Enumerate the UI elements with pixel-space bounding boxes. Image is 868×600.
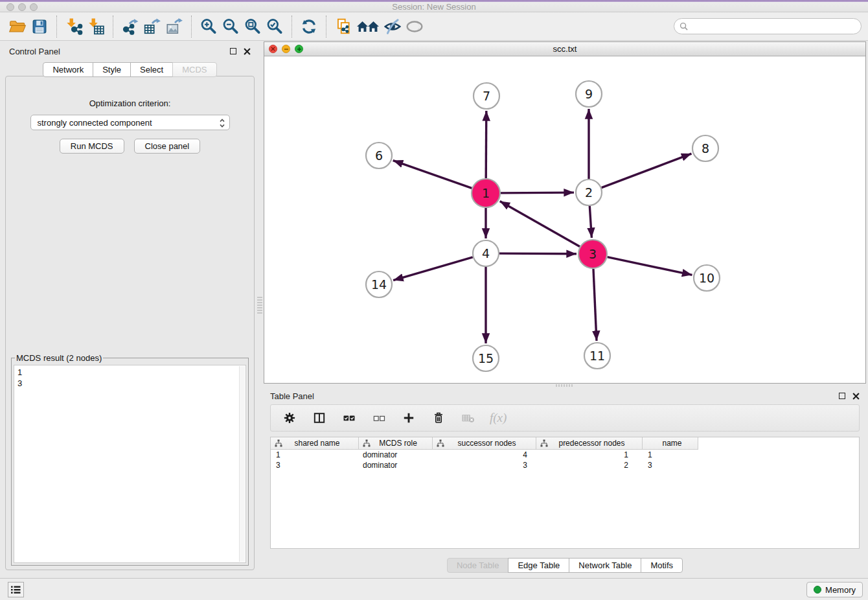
zoom-fit-button[interactable]	[242, 15, 264, 38]
list-icon	[11, 586, 21, 594]
tab-network[interactable]: Network	[43, 62, 93, 77]
maximize-window-icon[interactable]	[30, 3, 38, 11]
tab-select[interactable]: Select	[130, 62, 173, 77]
column-header-mcds-role[interactable]: MCDS role	[359, 437, 433, 449]
tab-network-table[interactable]: Network Table	[569, 558, 641, 573]
criterion-select[interactable]: strongly connected component	[30, 115, 230, 130]
mcds-tab-content: Optimization criterion: strongly connect…	[5, 76, 255, 570]
close-table-panel-icon[interactable]	[852, 392, 860, 400]
memory-button[interactable]: Memory	[806, 582, 863, 597]
import-network-button[interactable]	[63, 15, 85, 38]
export-network-button[interactable]	[119, 15, 141, 38]
column-header-predecessor-nodes[interactable]: predecessor nodes	[536, 437, 643, 449]
unchecked-boxes-icon	[371, 411, 387, 425]
graph-edge-2-8[interactable]	[602, 154, 692, 188]
create-column-button[interactable]	[400, 410, 417, 426]
task-history-button[interactable]	[8, 582, 24, 597]
minimize-window-icon[interactable]	[18, 3, 26, 11]
control-panel-header: Control Panel	[4, 43, 256, 60]
graph-node-label: 4	[482, 246, 490, 260]
graph-node-label: 3	[589, 247, 597, 261]
toolbar-separator	[113, 16, 113, 38]
graph-edge-2-3[interactable]	[589, 206, 591, 238]
tab-edge-table[interactable]: Edge Table	[508, 558, 569, 573]
export-table-button[interactable]	[141, 15, 163, 38]
table-panel-title: Table Panel	[270, 391, 314, 401]
function-builder-button-disabled: f(x)	[490, 411, 507, 425]
import-network-icon	[65, 17, 83, 36]
mcds-result-title: MCDS result (2 nodes)	[15, 353, 103, 363]
graph-edge-3-10[interactable]	[608, 257, 692, 275]
delete-table-icon	[461, 411, 476, 425]
export-image-button[interactable]	[163, 15, 185, 38]
horizontal-splitter-handle[interactable]	[556, 384, 573, 387]
float-table-panel-icon[interactable]	[839, 393, 845, 399]
first-neighbors-button[interactable]	[354, 15, 382, 38]
import-table-button[interactable]	[85, 15, 107, 38]
split-panel-button[interactable]	[311, 410, 328, 426]
search-input[interactable]	[688, 21, 856, 31]
graph-edge-4-14[interactable]	[393, 257, 473, 281]
control-panel-title: Control Panel	[9, 47, 60, 56]
vertical-splitter-handle[interactable]	[257, 297, 262, 314]
clone-network-button[interactable]	[332, 15, 354, 38]
toolbar-separator	[326, 16, 326, 38]
graph-edge-1-7[interactable]	[486, 111, 486, 178]
column-header-successor-nodes[interactable]: successor nodes	[433, 437, 536, 449]
mcds-result-list[interactable]: 1 3	[14, 365, 246, 563]
graph-edge-1-6[interactable]	[393, 161, 472, 189]
toolbar-separator	[56, 16, 57, 38]
tab-motifs[interactable]: Motifs	[641, 558, 683, 573]
show-all-columns-button[interactable]	[341, 410, 358, 426]
clone-network-icon	[334, 17, 352, 36]
zoom-in-button[interactable]	[198, 15, 220, 38]
graph-edge-3-1[interactable]	[500, 201, 580, 246]
hide-selected-button[interactable]	[382, 15, 404, 38]
float-panel-icon[interactable]	[230, 48, 236, 54]
network-window-title: scc.txt	[264, 44, 865, 54]
table-row[interactable]: 3 dominator 3 2 3	[271, 460, 859, 470]
close-panel-button[interactable]: Close panel	[134, 139, 201, 154]
table-mode-button[interactable]	[281, 410, 298, 426]
tab-node-table[interactable]: Node Table	[447, 558, 509, 573]
network-window-titlebar: scc.txt	[264, 42, 865, 56]
tab-style[interactable]: Style	[93, 62, 131, 77]
refresh-icon	[300, 17, 318, 36]
table-panel: Table Panel	[264, 387, 866, 575]
table-panel-header: Table Panel	[264, 387, 866, 404]
tab-mcds[interactable]: MCDS	[172, 62, 216, 77]
run-mcds-button[interactable]: Run MCDS	[60, 139, 124, 154]
graph-node-label: 10	[699, 271, 714, 285]
column-header-name[interactable]: name	[643, 437, 698, 449]
export-image-icon	[165, 17, 183, 36]
show-all-button[interactable]	[404, 15, 426, 38]
eye-slash-icon	[383, 17, 402, 36]
graph-node-label: 9	[585, 87, 593, 101]
close-window-icon[interactable]	[6, 3, 14, 11]
gear-icon	[282, 411, 297, 425]
delete-table-button-disabled	[460, 410, 477, 426]
column-header-shared-name[interactable]: shared name	[271, 437, 359, 449]
mcds-result-scrollbar[interactable]	[239, 366, 245, 562]
delete-columns-button[interactable]	[430, 410, 447, 426]
graph-edge-4-3[interactable]	[499, 253, 577, 254]
table-row[interactable]: 1 dominator 4 1 1	[271, 450, 859, 460]
search-field[interactable]	[674, 18, 862, 34]
zoom-fit-icon	[244, 17, 262, 36]
zoom-out-icon	[222, 17, 240, 36]
hide-all-columns-button[interactable]	[371, 410, 387, 426]
zoom-out-button[interactable]	[220, 15, 242, 38]
refresh-button[interactable]	[298, 15, 320, 38]
status-bar: Memory	[0, 578, 868, 600]
graph-node-label: 6	[375, 148, 383, 163]
criterion-selected-value: strongly connected component	[38, 118, 152, 128]
open-file-button[interactable]	[6, 15, 29, 38]
save-session-button[interactable]	[29, 15, 51, 38]
zoom-selected-button[interactable]	[264, 15, 286, 38]
eye-icon	[405, 17, 424, 36]
graph-edge-1-2[interactable]	[501, 192, 574, 193]
network-canvas[interactable]: 7968124314101511	[264, 56, 865, 383]
control-panel-tabs: Network Style Select MCDS	[4, 62, 256, 77]
graph-edge-3-11[interactable]	[593, 269, 597, 341]
close-panel-icon[interactable]	[243, 47, 251, 55]
